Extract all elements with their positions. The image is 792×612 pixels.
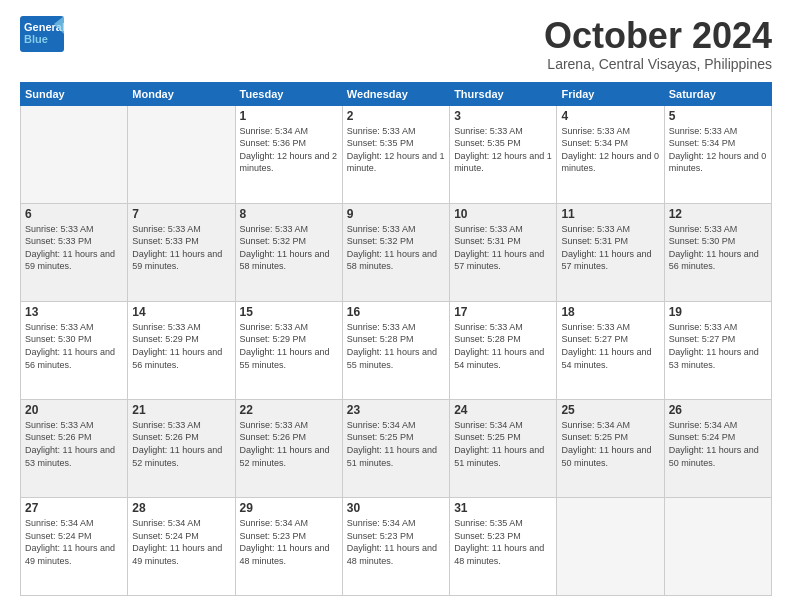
logo: General Blue [20, 16, 64, 52]
table-cell: 21Sunrise: 5:33 AMSunset: 5:26 PMDayligh… [128, 399, 235, 497]
day-info: Sunrise: 5:33 AMSunset: 5:30 PMDaylight:… [669, 223, 767, 273]
day-info: Sunrise: 5:34 AMSunset: 5:23 PMDaylight:… [347, 517, 445, 567]
day-number: 9 [347, 207, 445, 221]
table-cell: 1Sunrise: 5:34 AMSunset: 5:36 PMDaylight… [235, 105, 342, 203]
table-cell: 31Sunrise: 5:35 AMSunset: 5:23 PMDayligh… [450, 497, 557, 595]
header-saturday: Saturday [664, 82, 771, 105]
header-sunday: Sunday [21, 82, 128, 105]
month-title: October 2024 [544, 16, 772, 56]
table-cell: 25Sunrise: 5:34 AMSunset: 5:25 PMDayligh… [557, 399, 664, 497]
calendar-row: 27Sunrise: 5:34 AMSunset: 5:24 PMDayligh… [21, 497, 772, 595]
table-cell: 26Sunrise: 5:34 AMSunset: 5:24 PMDayligh… [664, 399, 771, 497]
day-info: Sunrise: 5:33 AMSunset: 5:34 PMDaylight:… [669, 125, 767, 175]
table-cell: 18Sunrise: 5:33 AMSunset: 5:27 PMDayligh… [557, 301, 664, 399]
day-info: Sunrise: 5:33 AMSunset: 5:29 PMDaylight:… [132, 321, 230, 371]
day-info: Sunrise: 5:33 AMSunset: 5:27 PMDaylight:… [561, 321, 659, 371]
day-info: Sunrise: 5:33 AMSunset: 5:26 PMDaylight:… [132, 419, 230, 469]
table-cell: 7Sunrise: 5:33 AMSunset: 5:33 PMDaylight… [128, 203, 235, 301]
table-cell: 17Sunrise: 5:33 AMSunset: 5:28 PMDayligh… [450, 301, 557, 399]
day-number: 30 [347, 501, 445, 515]
day-number: 15 [240, 305, 338, 319]
day-number: 31 [454, 501, 552, 515]
day-info: Sunrise: 5:33 AMSunset: 5:28 PMDaylight:… [347, 321, 445, 371]
table-cell: 2Sunrise: 5:33 AMSunset: 5:35 PMDaylight… [342, 105, 449, 203]
header-monday: Monday [128, 82, 235, 105]
table-cell: 30Sunrise: 5:34 AMSunset: 5:23 PMDayligh… [342, 497, 449, 595]
title-section: October 2024 Larena, Central Visayas, Ph… [544, 16, 772, 72]
day-number: 16 [347, 305, 445, 319]
day-info: Sunrise: 5:33 AMSunset: 5:27 PMDaylight:… [669, 321, 767, 371]
day-number: 5 [669, 109, 767, 123]
logo-icon: General Blue [20, 16, 64, 52]
table-cell: 5Sunrise: 5:33 AMSunset: 5:34 PMDaylight… [664, 105, 771, 203]
table-cell [557, 497, 664, 595]
day-info: Sunrise: 5:33 AMSunset: 5:35 PMDaylight:… [454, 125, 552, 175]
table-cell: 24Sunrise: 5:34 AMSunset: 5:25 PMDayligh… [450, 399, 557, 497]
table-cell: 29Sunrise: 5:34 AMSunset: 5:23 PMDayligh… [235, 497, 342, 595]
table-cell: 11Sunrise: 5:33 AMSunset: 5:31 PMDayligh… [557, 203, 664, 301]
header-friday: Friday [557, 82, 664, 105]
day-number: 24 [454, 403, 552, 417]
day-number: 1 [240, 109, 338, 123]
header-wednesday: Wednesday [342, 82, 449, 105]
day-info: Sunrise: 5:33 AMSunset: 5:30 PMDaylight:… [25, 321, 123, 371]
day-number: 8 [240, 207, 338, 221]
day-number: 18 [561, 305, 659, 319]
calendar-row: 1Sunrise: 5:34 AMSunset: 5:36 PMDaylight… [21, 105, 772, 203]
day-number: 10 [454, 207, 552, 221]
day-number: 7 [132, 207, 230, 221]
table-cell: 13Sunrise: 5:33 AMSunset: 5:30 PMDayligh… [21, 301, 128, 399]
table-cell: 15Sunrise: 5:33 AMSunset: 5:29 PMDayligh… [235, 301, 342, 399]
table-cell: 10Sunrise: 5:33 AMSunset: 5:31 PMDayligh… [450, 203, 557, 301]
day-info: Sunrise: 5:33 AMSunset: 5:31 PMDaylight:… [561, 223, 659, 273]
day-info: Sunrise: 5:33 AMSunset: 5:28 PMDaylight:… [454, 321, 552, 371]
day-info: Sunrise: 5:33 AMSunset: 5:34 PMDaylight:… [561, 125, 659, 175]
day-number: 13 [25, 305, 123, 319]
day-number: 26 [669, 403, 767, 417]
day-info: Sunrise: 5:34 AMSunset: 5:24 PMDaylight:… [669, 419, 767, 469]
table-cell: 14Sunrise: 5:33 AMSunset: 5:29 PMDayligh… [128, 301, 235, 399]
table-cell: 9Sunrise: 5:33 AMSunset: 5:32 PMDaylight… [342, 203, 449, 301]
day-info: Sunrise: 5:33 AMSunset: 5:33 PMDaylight:… [132, 223, 230, 273]
day-info: Sunrise: 5:34 AMSunset: 5:24 PMDaylight:… [132, 517, 230, 567]
day-info: Sunrise: 5:34 AMSunset: 5:25 PMDaylight:… [347, 419, 445, 469]
day-number: 27 [25, 501, 123, 515]
header-thursday: Thursday [450, 82, 557, 105]
day-number: 29 [240, 501, 338, 515]
day-number: 2 [347, 109, 445, 123]
day-info: Sunrise: 5:33 AMSunset: 5:26 PMDaylight:… [25, 419, 123, 469]
page: General Blue October 2024 Larena, Centra… [0, 0, 792, 612]
calendar-row: 20Sunrise: 5:33 AMSunset: 5:26 PMDayligh… [21, 399, 772, 497]
table-cell: 20Sunrise: 5:33 AMSunset: 5:26 PMDayligh… [21, 399, 128, 497]
table-cell: 19Sunrise: 5:33 AMSunset: 5:27 PMDayligh… [664, 301, 771, 399]
calendar: Sunday Monday Tuesday Wednesday Thursday… [20, 82, 772, 596]
table-cell: 22Sunrise: 5:33 AMSunset: 5:26 PMDayligh… [235, 399, 342, 497]
day-info: Sunrise: 5:34 AMSunset: 5:24 PMDaylight:… [25, 517, 123, 567]
day-number: 12 [669, 207, 767, 221]
weekday-header-row: Sunday Monday Tuesday Wednesday Thursday… [21, 82, 772, 105]
day-info: Sunrise: 5:33 AMSunset: 5:35 PMDaylight:… [347, 125, 445, 175]
day-number: 3 [454, 109, 552, 123]
day-number: 11 [561, 207, 659, 221]
day-info: Sunrise: 5:33 AMSunset: 5:29 PMDaylight:… [240, 321, 338, 371]
day-info: Sunrise: 5:33 AMSunset: 5:33 PMDaylight:… [25, 223, 123, 273]
day-info: Sunrise: 5:33 AMSunset: 5:26 PMDaylight:… [240, 419, 338, 469]
table-cell [664, 497, 771, 595]
day-number: 20 [25, 403, 123, 417]
day-number: 17 [454, 305, 552, 319]
calendar-row: 13Sunrise: 5:33 AMSunset: 5:30 PMDayligh… [21, 301, 772, 399]
location-title: Larena, Central Visayas, Philippines [544, 56, 772, 72]
day-info: Sunrise: 5:33 AMSunset: 5:31 PMDaylight:… [454, 223, 552, 273]
day-number: 21 [132, 403, 230, 417]
day-info: Sunrise: 5:35 AMSunset: 5:23 PMDaylight:… [454, 517, 552, 567]
table-cell [128, 105, 235, 203]
table-cell: 23Sunrise: 5:34 AMSunset: 5:25 PMDayligh… [342, 399, 449, 497]
day-info: Sunrise: 5:33 AMSunset: 5:32 PMDaylight:… [240, 223, 338, 273]
header: General Blue October 2024 Larena, Centra… [20, 16, 772, 72]
table-cell: 16Sunrise: 5:33 AMSunset: 5:28 PMDayligh… [342, 301, 449, 399]
day-info: Sunrise: 5:34 AMSunset: 5:25 PMDaylight:… [561, 419, 659, 469]
day-info: Sunrise: 5:34 AMSunset: 5:23 PMDaylight:… [240, 517, 338, 567]
table-cell: 27Sunrise: 5:34 AMSunset: 5:24 PMDayligh… [21, 497, 128, 595]
calendar-row: 6Sunrise: 5:33 AMSunset: 5:33 PMDaylight… [21, 203, 772, 301]
table-cell: 6Sunrise: 5:33 AMSunset: 5:33 PMDaylight… [21, 203, 128, 301]
